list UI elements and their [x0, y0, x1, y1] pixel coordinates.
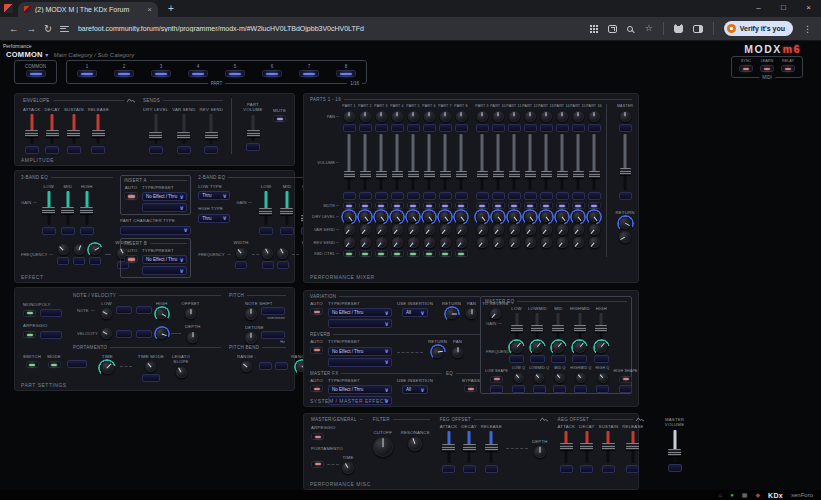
value-box[interactable]	[530, 355, 545, 363]
volume-value[interactable]	[343, 192, 356, 200]
var-send-knob[interactable]	[477, 224, 488, 235]
master-pan-knob[interactable]	[620, 111, 631, 122]
volume-fader[interactable]	[439, 134, 452, 190]
offset-knob[interactable]	[185, 308, 196, 319]
pan-knob[interactable]	[440, 111, 451, 122]
low-type-dropdown[interactable]: Thru∨	[198, 191, 230, 200]
variation-preset-dropdown[interactable]: No Effect / Thru∨	[328, 308, 392, 317]
rev-send-knob[interactable]	[493, 237, 504, 248]
value-box[interactable]	[619, 385, 632, 393]
eq-frequency-knob[interactable]	[511, 341, 523, 353]
eq-frequency-knob[interactable]	[262, 248, 273, 259]
grid-icon[interactable]: ▦	[742, 492, 748, 498]
bookmark-star-icon[interactable]: ☆	[645, 24, 653, 33]
envelope-fader[interactable]	[45, 114, 60, 144]
eq-frequency-knob[interactable]	[58, 244, 69, 255]
var-send-knob[interactable]	[589, 224, 600, 235]
pan-value[interactable]	[572, 124, 585, 132]
pan-knob[interactable]	[477, 111, 488, 122]
pan-knob[interactable]	[456, 111, 467, 122]
high-shape-button[interactable]	[619, 376, 632, 383]
var-send-knob[interactable]	[525, 224, 536, 235]
rev-send-knob[interactable]	[456, 237, 467, 248]
value-box[interactable]	[280, 227, 294, 235]
envelope-fader[interactable]	[24, 114, 39, 144]
part-button[interactable]: 6	[262, 64, 282, 77]
part-button[interactable]: 4	[188, 64, 208, 77]
value-box[interactable]	[116, 306, 132, 314]
eq-frequency-knob[interactable]	[595, 341, 607, 353]
var-send-knob[interactable]	[541, 224, 552, 235]
rev-send-knob[interactable]	[589, 237, 600, 248]
mute-button[interactable]	[391, 202, 404, 209]
side-panel-icon[interactable]	[693, 25, 703, 33]
mute-button[interactable]	[588, 202, 601, 209]
rev-send-knob[interactable]	[408, 237, 419, 248]
use-insert-dropdown[interactable]: All∨	[402, 385, 428, 394]
var-send-knob[interactable]	[392, 224, 403, 235]
var-send-knob[interactable]	[440, 224, 451, 235]
portamento-mode-button[interactable]	[48, 361, 61, 368]
eq-gain-fader[interactable]	[551, 313, 565, 339]
reverb-preset-dropdown[interactable]: No Effect / Thru∨	[328, 347, 392, 356]
dry-level-knob[interactable]	[477, 211, 488, 222]
use-insert-dropdown[interactable]: All∨	[402, 308, 428, 317]
value-box[interactable]	[246, 143, 260, 151]
volume-value[interactable]	[423, 192, 436, 200]
envelope-fader[interactable]	[66, 114, 81, 144]
note-low-knob[interactable]	[101, 308, 112, 319]
value-box[interactable]	[40, 309, 62, 317]
mute-button[interactable]	[407, 202, 420, 209]
volume-fader[interactable]	[572, 134, 585, 190]
value-box[interactable]	[553, 385, 566, 393]
maximize-button[interactable]: □	[771, 0, 796, 17]
mono-poly-button[interactable]	[23, 310, 36, 317]
part-button[interactable]: 8	[336, 64, 356, 77]
pan-knob[interactable]	[573, 111, 584, 122]
volume-fader[interactable]	[556, 134, 569, 190]
pan-value[interactable]	[359, 124, 372, 132]
depth-knob[interactable]	[187, 332, 198, 343]
value-box[interactable]	[602, 465, 615, 473]
mute-button[interactable]	[508, 202, 521, 209]
reverb-return-knob[interactable]	[432, 347, 443, 358]
volume-value[interactable]	[439, 192, 452, 200]
eq-width-knob[interactable]	[236, 248, 247, 259]
volume-fader[interactable]	[455, 134, 468, 190]
value-box[interactable]	[442, 465, 455, 473]
pan-knob[interactable]	[424, 111, 435, 122]
value-box[interactable]	[136, 330, 152, 338]
kbd-ctrl-button[interactable]	[423, 250, 436, 257]
rev-send-knob[interactable]	[376, 237, 387, 248]
volume-fader[interactable]	[375, 134, 388, 190]
value-box[interactable]	[142, 374, 160, 382]
kbd-ctrl-button[interactable]	[455, 250, 468, 257]
kbd-ctrl-button[interactable]	[407, 250, 420, 257]
insert-preset-dropdown[interactable]: No Effect / Thru∨	[142, 192, 187, 201]
insert-preset-dropdown[interactable]: No Effect / Thru∨	[142, 255, 187, 264]
dry-level-knob[interactable]	[509, 211, 520, 222]
q-knob[interactable]	[555, 373, 565, 383]
value-box[interactable]	[80, 227, 94, 235]
pan-value[interactable]	[508, 124, 521, 132]
pan-knob[interactable]	[557, 111, 568, 122]
volume-fader[interactable]	[476, 134, 489, 190]
pan-knob[interactable]	[541, 111, 552, 122]
master-volume-fader[interactable]	[667, 430, 682, 462]
var-send-knob[interactable]	[456, 224, 467, 235]
pan-value[interactable]	[439, 124, 452, 132]
value-box[interactable]	[149, 146, 163, 154]
new-tab-button[interactable]: +	[168, 4, 174, 14]
close-button[interactable]: ×	[796, 0, 821, 17]
dry-level-knob[interactable]	[493, 211, 504, 222]
send-fader[interactable]	[204, 114, 219, 144]
value-box[interactable]	[116, 330, 132, 338]
arpeggio-hold-button[interactable]	[311, 433, 324, 440]
part-button[interactable]: 5	[225, 64, 245, 77]
portamento-switch-button[interactable]	[26, 361, 39, 368]
mute-button[interactable]	[359, 202, 372, 209]
volume-value[interactable]	[359, 192, 372, 200]
arpeggio-button[interactable]	[23, 331, 36, 338]
value-box[interactable]	[73, 257, 85, 265]
midi-button[interactable]: RELAY	[781, 59, 795, 72]
